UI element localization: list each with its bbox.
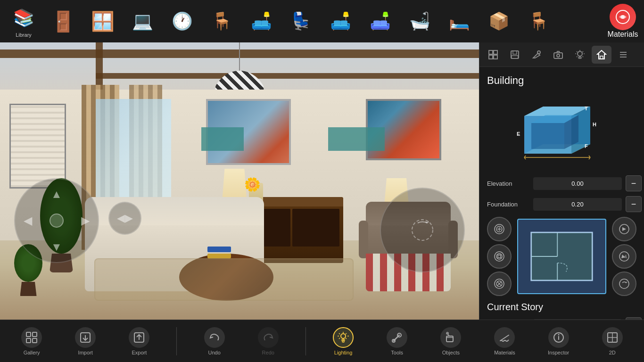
- divider-1: [176, 327, 177, 355]
- library-button[interactable]: 📚 Library: [5, 2, 42, 40]
- toolbar-bed[interactable]: 🛏️: [440, 2, 478, 40]
- toolbar-shelf[interactable]: 📦: [480, 2, 518, 40]
- nav-center[interactable]: [50, 214, 64, 228]
- elevation-decrease-button[interactable]: −: [626, 175, 642, 191]
- tab-camera[interactable]: [548, 46, 568, 64]
- library-icon: 📚: [10, 5, 37, 31]
- toolbar-armchair-yellow[interactable]: 🛋️: [242, 2, 280, 40]
- toolbar-window[interactable]: 🪟: [84, 2, 122, 40]
- import-icon: [75, 327, 96, 348]
- 3d-viewport[interactable]: 🌼: [0, 42, 479, 320]
- room-scene: 🌼: [0, 42, 479, 320]
- delete-floor-button[interactable]: [487, 272, 512, 296]
- nav-right-arrow[interactable]: ▶: [81, 214, 90, 227]
- toolbar-clock[interactable]: 🕐: [163, 2, 201, 40]
- right-panel: Building: [479, 42, 644, 320]
- toolbar-chair-pink[interactable]: 💺: [282, 2, 320, 40]
- svg-point-13: [578, 51, 582, 56]
- nav-left-arrow[interactable]: ◀: [24, 214, 32, 227]
- gallery-button[interactable]: Gallery: [15, 322, 48, 360]
- window-icon: 🪟: [90, 8, 116, 34]
- lighting-button[interactable]: Lighting: [327, 322, 360, 360]
- undo-button[interactable]: Undo: [198, 322, 231, 360]
- laptop-icon: 💻: [129, 8, 156, 34]
- tools-button[interactable]: Tools: [380, 322, 413, 360]
- nav-up-arrow[interactable]: ▲: [51, 188, 62, 201]
- export-label: Export: [132, 350, 147, 355]
- list-icon: [618, 49, 628, 60]
- redo-button[interactable]: Redo: [252, 322, 285, 360]
- svg-point-56: [341, 334, 346, 338]
- foundation-input[interactable]: [533, 198, 622, 211]
- bed-icon: 🛏️: [446, 8, 472, 34]
- svg-rect-4: [494, 50, 497, 54]
- inspector-button[interactable]: Inspector: [542, 322, 575, 360]
- 2d-label: 2D: [609, 350, 616, 355]
- toolbar-sofa-pink[interactable]: 🛋️: [322, 2, 359, 40]
- lighting-icon: [333, 327, 354, 348]
- svg-rect-8: [513, 51, 517, 54]
- building-svg: T H E F: [515, 97, 609, 168]
- 2d-button[interactable]: 2D: [596, 322, 629, 360]
- elevation-input[interactable]: [533, 177, 622, 190]
- objects-button[interactable]: Objects: [434, 322, 467, 360]
- svg-text:F: F: [585, 143, 588, 149]
- tab-light[interactable]: [570, 46, 590, 64]
- lighting-label: Lighting: [334, 350, 353, 355]
- tab-paint[interactable]: [527, 46, 546, 64]
- building-3d-model: T H E F: [515, 97, 609, 163]
- foundation-decrease-button[interactable]: −: [626, 196, 642, 212]
- svg-rect-11: [554, 53, 562, 58]
- toolbar-sofa-yellow[interactable]: 🛋️: [361, 2, 399, 40]
- gallery-icon: [21, 327, 42, 348]
- import-button[interactable]: Import: [69, 322, 102, 360]
- svg-text:E: E: [517, 131, 520, 137]
- tab-save[interactable]: [505, 46, 525, 64]
- nav-middle-button[interactable]: ◀▶: [108, 202, 141, 235]
- elevation-label: Elevation: [487, 180, 529, 187]
- nav-joystick-right[interactable]: [380, 188, 465, 272]
- nav-middle-icon: ◀▶: [117, 212, 133, 224]
- rotate-button[interactable]: [612, 272, 636, 296]
- toolbar-laptop[interactable]: 💻: [124, 2, 161, 40]
- tools-label: Tools: [391, 350, 403, 355]
- export-button[interactable]: Export: [123, 322, 156, 360]
- clock-icon: 🕐: [169, 8, 195, 34]
- nav-down-arrow[interactable]: ▼: [51, 240, 62, 254]
- tab-select[interactable]: [483, 46, 503, 64]
- building-preview: T H E F: [487, 92, 636, 168]
- toolbar-chair-red[interactable]: 🪑: [203, 2, 240, 40]
- floor-plan-preview[interactable]: [517, 219, 606, 294]
- home-icon: [596, 49, 607, 60]
- toolbar-chair-red2[interactable]: 🪑: [520, 2, 557, 40]
- svg-rect-61: [446, 336, 453, 342]
- tab-home[interactable]: [592, 46, 611, 64]
- armchair-yellow-icon: 🛋️: [248, 8, 274, 34]
- svg-text:T: T: [585, 106, 588, 111]
- undo-label: Undo: [208, 350, 220, 355]
- wall-art-left: [9, 104, 66, 189]
- svg-rect-5: [489, 55, 493, 59]
- tab-list[interactable]: [613, 46, 633, 64]
- toolbar-bathtub[interactable]: 🛁: [401, 2, 438, 40]
- panel-content: Building: [479, 67, 644, 320]
- nav-joystick-left[interactable]: ▲ ▼ ◀ ▶: [14, 178, 99, 263]
- svg-rect-48: [26, 332, 31, 337]
- add-floor-button[interactable]: [487, 217, 512, 241]
- panel-tabs: [479, 42, 644, 67]
- materials-top-label: Materials: [608, 30, 638, 39]
- chair-red-icon: 🪑: [208, 8, 235, 34]
- mirror-button[interactable]: [612, 244, 636, 269]
- sofa-pink-icon: 🛋️: [327, 8, 354, 34]
- materials-top-button[interactable]: Materials: [606, 4, 639, 39]
- svg-rect-50: [26, 338, 31, 343]
- floor-plan-svg: [518, 220, 605, 293]
- copy-right-button[interactable]: [612, 217, 636, 241]
- materials-bottom-button[interactable]: Materials: [488, 322, 521, 360]
- materials-top-icon: [610, 4, 636, 30]
- svg-point-10: [537, 51, 540, 54]
- move-floor-button[interactable]: [487, 244, 512, 269]
- import-label: Import: [78, 350, 93, 355]
- toolbar-door[interactable]: 🚪: [44, 2, 82, 40]
- bottom-toolbar: Gallery Import Export: [0, 320, 644, 362]
